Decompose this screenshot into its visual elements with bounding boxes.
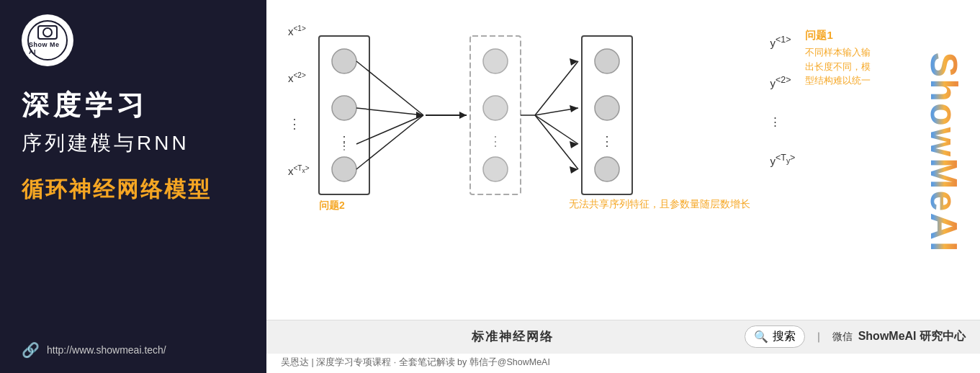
search-label: 搜索 — [773, 329, 796, 344]
highlight-title: 循环神经网络模型 — [22, 175, 245, 205]
problem1-desc: 不同样本输入输出长度不同，模型结构难以统一 — [805, 45, 872, 88]
search-box[interactable]: 🔍 搜索 — [745, 325, 805, 348]
bottom-right: 🔍 搜索 ｜ 微信 ShowMeAI 研究中心 — [745, 325, 966, 348]
link-url: http://www.showmeai.tech/ — [47, 344, 166, 356]
main-title: 深度学习 — [22, 88, 245, 123]
svg-line-20 — [535, 115, 578, 144]
nn-content: x<1> x<2> ⋮ x<Tx> ⋮ — [288, 22, 958, 216]
logo-inner: Show Me AI — [27, 20, 68, 60]
wechat-label: 微信 — [832, 331, 853, 343]
svg-marker-23 — [570, 105, 578, 112]
svg-marker-22 — [570, 58, 578, 66]
diagram-area: x<1> x<2> ⋮ x<Tx> ⋮ — [288, 14, 958, 313]
search-icon: 🔍 — [754, 330, 768, 343]
problem1-title: 问题1 — [805, 29, 872, 42]
problem2-desc: 无法共享序列特征，且参数量随层数增长 — [569, 198, 750, 211]
logo-icon — [37, 25, 58, 40]
right-panel: ShowMeAI x<1> x<2> ⋮ x<Tx> — [266, 0, 980, 373]
input-x1: x<1> — [288, 24, 309, 37]
input-xt: x<Tx> — [288, 164, 309, 177]
svg-point-16 — [483, 157, 508, 181]
main-content: ShowMeAI x<1> x<2> ⋮ x<Tx> — [266, 0, 980, 320]
input-dots: ⋮ — [288, 117, 309, 130]
divider: ｜ — [814, 331, 824, 343]
svg-point-14 — [483, 96, 508, 120]
left-panel: Show Me AI 深度学习 序列建模与RNN 循环神经网络模型 🔗 http… — [0, 0, 266, 373]
problem1-block: 问题1 不同样本输入输出长度不同，模型结构难以统一 — [805, 29, 872, 88]
input-x2: x<2> — [288, 71, 309, 84]
footer-bar: 吴恩达 | 深度学习专项课程 · 全套笔记解读 by 韩信子@ShowMeAI — [266, 353, 980, 373]
bottom-link[interactable]: 🔗 http://www.showmeai.tech/ — [22, 327, 245, 359]
bottom-bar: 标准神经网络 🔍 搜索 ｜ 微信 ShowMeAI 研究中心 — [266, 320, 980, 353]
svg-point-27 — [595, 49, 619, 73]
footer-text: 吴恩达 | 深度学习专项课程 · 全套笔记解读 by 韩信子@ShowMeAI — [281, 357, 550, 367]
svg-text:⋮: ⋮ — [601, 134, 613, 148]
svg-marker-24 — [570, 141, 578, 148]
svg-point-2 — [332, 96, 356, 120]
logo-area: Show Me AI — [22, 14, 245, 66]
out-dots: ⋮ — [770, 116, 795, 127]
svg-text:⋮: ⋮ — [339, 140, 349, 152]
svg-text:⋮: ⋮ — [489, 134, 502, 148]
out-y2: y<2> — [770, 75, 795, 89]
svg-point-13 — [483, 49, 508, 73]
svg-marker-11 — [459, 112, 467, 119]
svg-point-4 — [332, 157, 356, 181]
out-yt: y<Ty> — [770, 153, 795, 167]
input-labels: x<1> x<2> ⋮ x<Tx> — [288, 22, 309, 180]
nn-svg: ⋮ — [312, 29, 765, 216]
logo-text-sm: Show Me AI — [29, 41, 66, 55]
out-y1: y<1> — [770, 35, 795, 49]
svg-text:问题2: 问题2 — [319, 199, 345, 211]
problem2-area: 无法共享序列特征，且参数量随层数增长 — [569, 198, 750, 211]
sub-title: 序列建模与RNN — [22, 129, 245, 157]
brand-label: ShowMeAI 研究中心 — [858, 329, 966, 344]
link-icon: 🔗 — [22, 341, 40, 359]
svg-point-28 — [595, 96, 619, 120]
logo-circle: Show Me AI — [22, 14, 73, 66]
svg-point-1 — [332, 49, 356, 73]
title-block: 深度学习 序列建模与RNN 循环神经网络模型 — [22, 88, 245, 327]
svg-point-30 — [595, 157, 619, 181]
output-labels: y<1> y<2> ⋮ y<Ty> — [770, 29, 795, 173]
bottom-center-label: 标准神经网络 — [472, 328, 554, 345]
